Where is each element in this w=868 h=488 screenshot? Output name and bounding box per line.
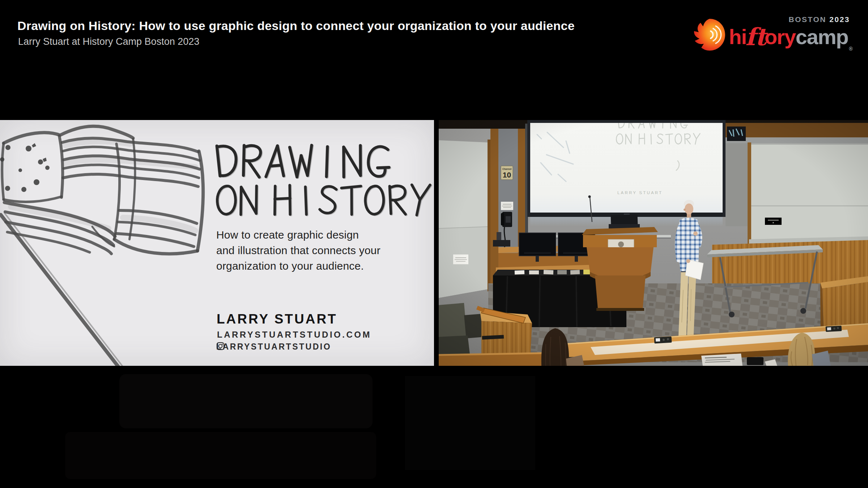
dark-room-murk <box>65 432 376 479</box>
slide-handwritten-title <box>217 145 431 216</box>
logo-wordmark: hiftorycamp® <box>729 24 852 51</box>
video-title: Drawing on History: How to use graphic d… <box>17 19 575 33</box>
historycamp-logo: BOSTON 2023 hiftorycamp® <box>692 14 852 52</box>
slide-instagram: LARRYSTUARTSTUDIO <box>216 342 331 352</box>
slide-author-name: LARRY STUART <box>217 312 337 327</box>
instagram-icon <box>216 342 225 350</box>
dark-room-murk <box>405 376 535 470</box>
lecture-hall-photo: Channel 10 <box>439 120 868 366</box>
slide-website: LARRYSTUARTSTUDIO.COM <box>217 330 371 340</box>
title-slide: How to create graphic design and illustr… <box>0 120 434 366</box>
video-frame: Drawing on History: How to use graphic d… <box>0 0 868 488</box>
slide-body-text: How to create graphic design and illustr… <box>216 227 380 274</box>
video-subtitle: Larry Stuart at History Camp Boston 2023 <box>18 36 199 47</box>
historycamp-flame-icon <box>692 17 727 52</box>
video-content-band: How to create graphic design and illustr… <box>0 120 868 366</box>
dark-room-murk <box>119 374 373 428</box>
